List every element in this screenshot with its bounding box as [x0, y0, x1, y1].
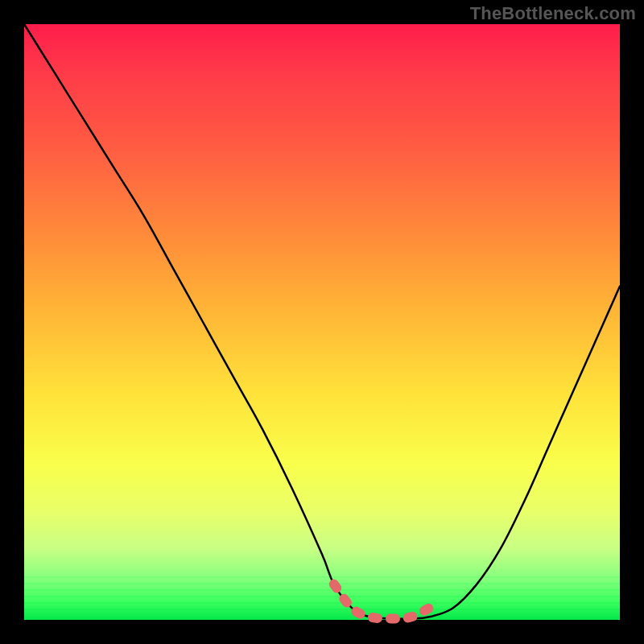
- watermark-text: TheBottleneck.com: [470, 3, 636, 24]
- plot-area: [24, 24, 620, 620]
- curve-svg: [24, 24, 620, 620]
- optimal-highlight-path: [334, 584, 429, 619]
- chart-stage: TheBottleneck.com: [0, 0, 644, 644]
- bottleneck-curve-path: [24, 24, 620, 619]
